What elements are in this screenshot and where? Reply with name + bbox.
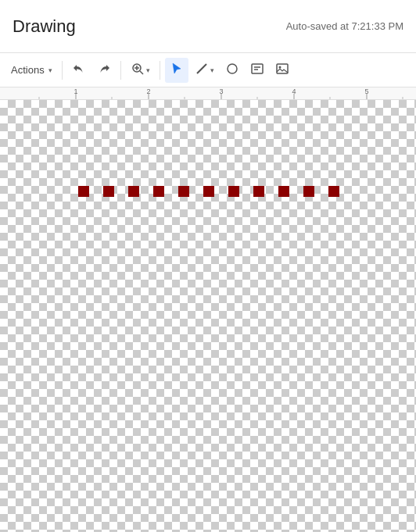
image-tool-button[interactable] [271, 58, 294, 83]
red-square-8 [253, 186, 264, 197]
canvas-area[interactable] [0, 100, 416, 532]
line-icon [195, 62, 209, 78]
image-icon [275, 62, 289, 78]
ruler: 1 2 3 4 5 [0, 87, 416, 100]
canvas-background [0, 100, 416, 532]
svg-rect-9 [277, 64, 288, 73]
drawing-content [0, 186, 416, 197]
line-tool-button[interactable]: ▾ [190, 58, 219, 83]
red-square-10 [303, 186, 314, 197]
redo-icon [97, 62, 111, 78]
svg-point-5 [228, 64, 237, 73]
red-square-6 [203, 186, 214, 197]
svg-text:2: 2 [146, 87, 150, 95]
svg-text:1: 1 [74, 87, 77, 95]
red-square-9 [278, 186, 289, 197]
select-tool-button[interactable] [165, 58, 188, 83]
red-square-11 [328, 186, 339, 197]
red-square-2 [103, 186, 114, 197]
toolbar-divider-3 [160, 61, 160, 80]
title-bar: Drawing Auto-saved at 7:21:33 PM [0, 0, 416, 53]
red-square-7 [228, 186, 239, 197]
svg-line-1 [140, 71, 143, 74]
autosave-status: Auto-saved at 7:21:33 PM [286, 20, 403, 32]
toolbar-divider-1 [62, 61, 63, 80]
svg-point-10 [278, 66, 281, 69]
actions-dropdown-arrow: ▾ [48, 66, 52, 74]
zoom-button[interactable]: ▾ [126, 58, 155, 83]
line-dropdown-arrow: ▾ [210, 66, 214, 74]
toolbar-divider-2 [120, 61, 121, 80]
red-square-5 [178, 186, 189, 197]
actions-menu-button[interactable]: Actions ▾ [6, 58, 57, 83]
undo-icon [72, 62, 86, 78]
red-square-4 [153, 186, 164, 197]
shape-tool-button[interactable] [221, 58, 244, 83]
text-tool-button[interactable] [246, 58, 269, 83]
zoom-dropdown-arrow: ▾ [146, 66, 150, 74]
document-title: Drawing [13, 16, 76, 37]
redo-button[interactable] [92, 58, 116, 83]
svg-rect-6 [252, 64, 263, 73]
red-square-1 [78, 186, 89, 197]
svg-line-4 [197, 64, 206, 73]
zoom-icon [131, 62, 145, 78]
red-square-3 [128, 186, 139, 197]
select-icon [170, 62, 184, 78]
svg-text:5: 5 [364, 87, 368, 95]
svg-text:4: 4 [292, 87, 296, 95]
undo-button[interactable] [67, 58, 91, 83]
toolbar: Actions ▾ ▾ ▾ [0, 53, 416, 87]
svg-text:3: 3 [219, 87, 223, 95]
actions-label: Actions [11, 64, 45, 76]
shape-icon [225, 62, 239, 78]
text-icon [250, 62, 264, 78]
